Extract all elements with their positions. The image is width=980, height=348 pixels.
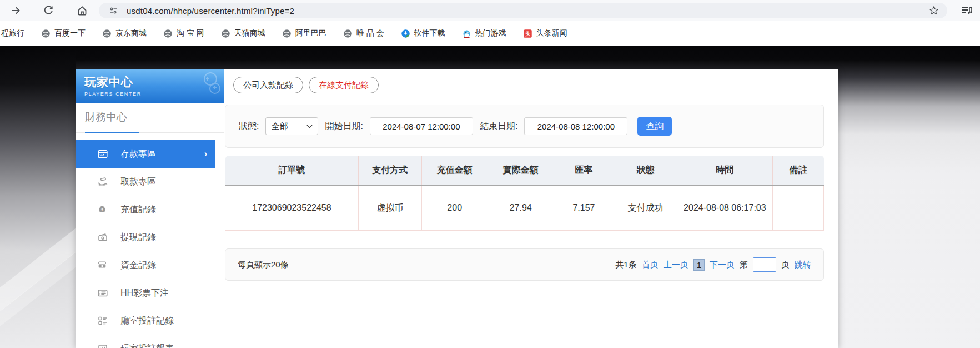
column-header: 狀態 (614, 156, 677, 185)
record-tabs: 公司入款記錄 在線支付記錄 (233, 77, 838, 93)
end-date-label: 結束日期: (480, 121, 517, 132)
column-header: 實際金額 (488, 156, 554, 185)
record-tab[interactable]: 公司入款記錄 (233, 77, 303, 93)
bookmark-label: 淘 宝 网 (177, 28, 204, 38)
hand-coin-icon (97, 176, 108, 187)
pagination-bar: 每頁顯示20條 共1条 首页 上一页 1 下一页 第 页 跳转 (225, 248, 824, 281)
table-cell: 27.94 (488, 185, 554, 231)
bookmark-label: 软件下载 (414, 28, 445, 38)
bookmarks-bar: 程旅行 百度一下 京东商城 淘 宝 网 天猫商城 阿里巴巴 唯 品 会 软件下载… (0, 21, 980, 46)
table-cell: 支付成功 (614, 185, 677, 231)
bookmark-star-icon[interactable] (928, 5, 939, 16)
chevron-right-icon: › (204, 149, 207, 159)
content-panel: 玩家中心 PLAYERS CENTER 財務中心 存款專區 › 取款專區 (76, 69, 838, 348)
search-button[interactable]: 查詢 (637, 117, 672, 136)
bookmark-item[interactable]: 百度一下 (41, 28, 86, 38)
column-header: 備註 (772, 156, 823, 185)
gamepad-icon (185, 71, 222, 98)
sidebar-item[interactable]: ¥ 充值記錄 › (76, 196, 215, 223)
sidebar-header: 玩家中心 PLAYERS CENTER (76, 69, 224, 103)
sidebar-item-label: 提現記錄 (120, 232, 156, 243)
record-tab[interactable]: 在線支付記錄 (309, 77, 379, 93)
jump-prefix: 第 (740, 260, 748, 270)
column-header: 訂單號 (225, 156, 359, 185)
sidebar-item[interactable]: 存款專區 › (76, 140, 215, 168)
report-icon (97, 343, 108, 348)
filter-bar: 狀態: 全部 開始日期: 結束日期: 查詢 (225, 105, 824, 148)
end-date-input[interactable] (524, 117, 627, 135)
globe-icon (282, 29, 292, 38)
url-text: usdt04.com/hhcp/usercenter.html?iniType=… (127, 6, 294, 16)
list-icon (97, 315, 108, 326)
site-info-icon[interactable] (109, 6, 118, 15)
card-icon (97, 148, 108, 160)
jump-page-input[interactable] (753, 257, 776, 272)
current-page: 1 (693, 259, 705, 271)
sidebar-item[interactable]: 資金記錄 › (76, 251, 215, 279)
bookmark-label: 头条新闻 (536, 28, 567, 38)
bookmark-label: 京东商城 (115, 28, 147, 38)
status-select-value: 全部 (271, 121, 288, 132)
first-page-link[interactable]: 首页 (642, 260, 659, 270)
table-cell (772, 185, 823, 231)
column-header: 充值金額 (421, 156, 488, 185)
sidebar-item-label: 玩家投註報表 (120, 343, 174, 348)
page-size-text: 每頁顯示20條 (238, 260, 289, 270)
sidebar-item[interactable]: HH彩票下注 › (76, 279, 215, 307)
table-cell: 7.157 (554, 185, 614, 231)
banknote-icon (97, 232, 108, 243)
sidebar-menu: 存款專區 › 取款專區 › ¥ 充值記錄 › 提現記錄 › (76, 140, 224, 348)
bookmark-label: 天猫商城 (234, 28, 265, 38)
bookmark-item[interactable]: 京东商城 (102, 28, 147, 38)
table-cell: 虚拟币 (358, 185, 421, 231)
bookmark-item[interactable]: 程旅行 (1, 28, 24, 38)
forward-icon[interactable] (10, 5, 21, 16)
jump-link[interactable]: 跳转 (795, 260, 811, 270)
sidebar-item[interactable]: 取款專區 › (76, 168, 215, 196)
table-cell: 1723069023522458 (225, 185, 359, 231)
bookmark-item[interactable]: 唯 品 会 (343, 28, 384, 38)
status-select[interactable]: 全部 (265, 117, 318, 135)
news-icon: 头 (523, 29, 532, 38)
next-page-link[interactable]: 下一页 (710, 260, 735, 270)
bookmark-item[interactable]: 淘 宝 网 (163, 28, 204, 38)
bookmark-label: 程旅行 (1, 28, 24, 38)
column-header: 支付方式 (358, 156, 421, 185)
total-count: 共1条 (615, 260, 636, 270)
bookmark-item[interactable]: 天猫商城 (221, 28, 265, 38)
jump-suffix: 页 (781, 260, 790, 270)
bookmark-label: 阿里巴巴 (295, 28, 326, 38)
globe-icon (221, 29, 230, 38)
table-row: 1723069023522458虚拟币20027.947.157支付成功2024… (225, 185, 824, 231)
status-label: 狀態: (239, 121, 259, 132)
table-cell: 2024-08-08 06:17:03 (677, 185, 772, 231)
ticket-icon (97, 287, 108, 299)
svg-text:头: 头 (525, 31, 530, 37)
bookmark-label: 热门游戏 (475, 28, 506, 38)
start-date-label: 開始日期: (325, 121, 363, 132)
sidebar: 玩家中心 PLAYERS CENTER 財務中心 存款專區 › 取款專區 (76, 69, 224, 348)
bookmark-label: 百度一下 (54, 28, 86, 38)
moneybag-icon: ¥ (97, 204, 108, 215)
main-content: 公司入款記錄 在線支付記錄 狀態: 全部 開始日期: 結束日期: 查詢 (224, 69, 838, 348)
chevron-down-icon (306, 125, 313, 128)
bookmark-item[interactable]: 热门游戏 (462, 28, 506, 38)
finance-center-title: 財務中心 (85, 111, 127, 123)
globe-icon (163, 29, 173, 38)
start-date-input[interactable] (370, 117, 473, 135)
sidebar-item[interactable]: 廳室投註記錄 › (76, 307, 215, 335)
bookmark-item[interactable]: 头 头条新闻 (523, 28, 567, 38)
sidebar-item[interactable]: 提現記錄 › (76, 223, 215, 251)
prev-page-link[interactable]: 上一页 (664, 260, 688, 270)
column-header: 時間 (677, 156, 772, 185)
table-header-row: 訂單號支付方式充值金額實際金額匯率狀態時間備註 (225, 156, 824, 185)
sidebar-item[interactable]: 玩家投註報表 › (76, 335, 215, 348)
address-bar[interactable]: usdt04.com/hhcp/usercenter.html?iniType=… (99, 3, 947, 18)
svg-text:¥: ¥ (101, 207, 103, 211)
home-icon[interactable] (77, 5, 88, 16)
bookmark-item[interactable]: 阿里巴巴 (282, 28, 326, 38)
record-tab-label: 在線支付記錄 (319, 80, 369, 90)
bookmark-item[interactable]: 软件下载 (401, 28, 445, 38)
media-controls-icon[interactable] (961, 6, 973, 18)
reload-icon[interactable] (43, 5, 54, 16)
